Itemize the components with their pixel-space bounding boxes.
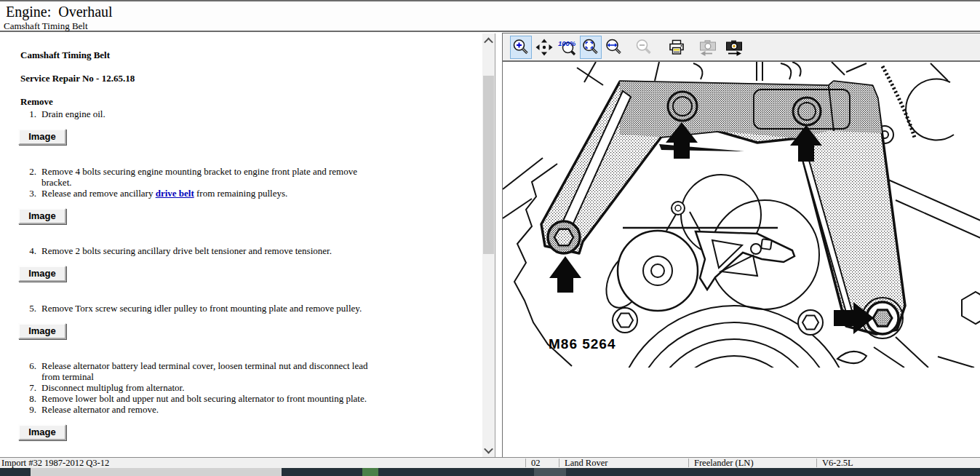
taskbar-green-icon[interactable]	[362, 468, 378, 476]
status-model: Freelander (LN)	[694, 458, 754, 469]
print-icon	[667, 38, 686, 57]
step-7: 7. Disconnect multiplug from alternator.	[20, 382, 482, 393]
step-3: 3. Release and remove ancillary drive be…	[20, 188, 482, 199]
timing-belt-diagram[interactable]	[503, 62, 980, 368]
page-subtitle: Camshaft Timing Belt	[4, 20, 88, 32]
fit-page-icon	[581, 38, 600, 57]
status-make: Land Rover	[565, 458, 607, 469]
image-toolbar: 100%	[503, 33, 980, 62]
zoom-in-button[interactable]	[510, 36, 532, 59]
svg-text:100%: 100%	[558, 39, 576, 47]
status-bar: Import #32 1987-2012 Q3-12 02 Land Rover…	[0, 457, 980, 468]
step-1: 1. Drain engine oil.	[20, 108, 482, 119]
pan-button[interactable]	[533, 36, 555, 59]
scroll-up-button[interactable]	[482, 35, 495, 47]
taskbar-item[interactable]	[534, 468, 566, 476]
scrollbar-thumb[interactable]	[483, 76, 494, 254]
previous-image-icon	[698, 38, 717, 57]
pan-icon	[535, 38, 554, 57]
zoom-100-button[interactable]: 100%	[557, 36, 578, 59]
drive-belt-link[interactable]: drive belt	[156, 188, 194, 199]
step-5: 5. Remove Torx screw securing idler pull…	[20, 303, 482, 314]
zoom-in-icon	[511, 38, 530, 57]
step-9: 9. Release alternator and remove.	[20, 404, 482, 415]
step-2: 2. Remove 4 bolts securing engine mounti…	[20, 166, 482, 188]
zoom-100-icon: 100%	[558, 38, 577, 57]
image-button-5[interactable]: Image	[18, 424, 66, 440]
status-engine: V6-2.5L	[822, 458, 853, 469]
zoom-out-button[interactable]	[633, 36, 655, 59]
taskbar-strip[interactable]	[0, 468, 980, 476]
previous-image-button[interactable]	[697, 36, 719, 59]
step-8: 8. Remove lower bolt and upper nut and b…	[20, 393, 482, 404]
title-bar: Engine: Overhaul Camshaft Timing Belt	[0, 0, 980, 32]
zoom-out-icon	[634, 38, 653, 57]
image-panel: 100%	[502, 33, 980, 457]
image-button-4[interactable]: Image	[18, 323, 66, 339]
fit-width-icon	[605, 38, 624, 57]
scroll-down-button[interactable]	[482, 444, 495, 456]
status-code: 02	[531, 458, 541, 469]
vertical-scrollbar[interactable]	[482, 33, 495, 457]
image-button-2[interactable]: Image	[18, 208, 66, 224]
doc-heading: Camshaft Timing Belt	[20, 49, 482, 60]
chevron-up-icon	[484, 37, 493, 47]
step-4: 4. Remove 2 bolts securing ancillary dri…	[20, 245, 482, 256]
image-button-3[interactable]: Image	[18, 266, 66, 282]
image-button-1[interactable]: Image	[18, 129, 66, 145]
print-button[interactable]	[666, 36, 688, 59]
fit-width-button[interactable]	[603, 36, 625, 59]
doc-section-title: Remove	[20, 96, 482, 107]
next-image-button[interactable]	[723, 36, 745, 59]
step-6: 6. Release alternator battery lead termi…	[20, 360, 482, 382]
status-import-info: Import #32 1987-2012 Q3-12	[1, 458, 109, 469]
procedure-panel: Camshaft Timing Belt Service Repair No -…	[0, 33, 495, 457]
chevron-down-icon	[484, 444, 493, 453]
taskbar-window-button[interactable]	[31, 468, 282, 476]
doc-service-number: Service Repair No - 12.65.18	[20, 73, 482, 84]
figure-number-label: M86 5264	[549, 336, 616, 352]
app-window: Engine: Overhaul Camshaft Timing Belt Ca…	[0, 0, 980, 476]
page-title: Engine: Overhaul	[6, 4, 113, 20]
procedure-document: Camshaft Timing Belt Service Repair No -…	[0, 33, 482, 457]
fit-page-button[interactable]	[580, 36, 602, 59]
next-image-icon	[725, 38, 744, 57]
